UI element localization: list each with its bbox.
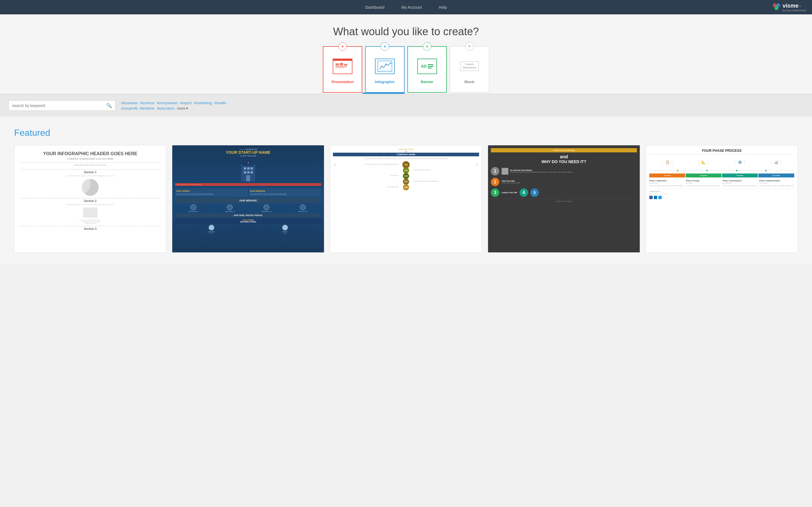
featured-title: Featured bbox=[14, 128, 798, 138]
tmpl4-step-1: 1 An Internet User/Visitor Lorem ipsum d… bbox=[491, 167, 637, 175]
tmpl5-twitter-icon bbox=[658, 196, 662, 199]
tmpl1-s3-title: Section 3 bbox=[20, 227, 160, 230]
hero-section: What would you like to create? + bbox=[0, 14, 812, 95]
tag-comparison[interactable]: #comparison bbox=[157, 101, 177, 105]
infographic-label: Infographic bbox=[375, 80, 395, 84]
more-tags-button[interactable]: more ▾ bbox=[177, 106, 188, 110]
tmpl1-s2-text: Lorem ipsum dolor sit amet, consectetur … bbox=[20, 204, 160, 205]
tmpl3-intro: Lorem ipsum dolor sit amet, consectetur … bbox=[333, 158, 479, 159]
navigation: Dashboard My Account Help visme ™ by Eas… bbox=[0, 0, 812, 14]
logo-tm: ™ bbox=[799, 5, 801, 8]
template-thumb-4: What Is Remarketing and WHY DO YOU NEED … bbox=[488, 145, 640, 252]
tmpl1-desc: A descriptive introduction can go here. bbox=[20, 164, 160, 166]
create-banner-card[interactable]: + AD Banner bbox=[407, 46, 447, 93]
infographic-indicator bbox=[362, 93, 405, 94]
tag-nonprofit[interactable]: #nonprofit bbox=[121, 106, 138, 110]
template-thumb-3: THE HISTORY OF COMPANY NAME Lorem ipsum … bbox=[330, 145, 482, 252]
nav-dashboard[interactable]: Dashboard bbox=[365, 5, 385, 10]
svg-rect-16 bbox=[251, 171, 253, 173]
template-preview-1: YOUR INFOGRAPHIC HEADER GOES HERE A SIMP… bbox=[14, 145, 166, 237]
create-infographic-card[interactable]: + Infographic bbox=[365, 46, 405, 93]
logo: visme ™ by Easy WebContent bbox=[772, 3, 806, 12]
blank-plus[interactable]: + bbox=[465, 42, 474, 50]
tmpl2-service-icons: SERVICE 01 SERVICE 02 SERVICE 03 SE bbox=[175, 205, 321, 212]
presentation-label: Presentation bbox=[332, 80, 354, 84]
create-options: + Presentation bbox=[6, 46, 806, 93]
tmpl5-detail-2: Phase 2 Design June 20th Lorem ipsum dol… bbox=[686, 180, 721, 186]
tmpl4-subtitle: WHY DO YOU NEED IT? bbox=[491, 159, 637, 164]
tmpl5-detail-1: Phase 1 Exploration Jan 24th 2014 Lorem … bbox=[649, 180, 684, 186]
tmpl3-timeline: 1950 Lorem ipsum dolor sit amet, consect… bbox=[337, 161, 475, 190]
tmpl3-of: OF bbox=[333, 151, 479, 153]
tmpl3-next-arrow[interactable]: › bbox=[475, 161, 479, 168]
template-card-4[interactable]: What Is Remarketing and WHY DO YOU NEED … bbox=[488, 145, 640, 252]
tmpl1-s2-title: Section 2 bbox=[20, 200, 160, 203]
tmpl4-step-2: 2 Visit Your Site Lorem ipsum dolor sit … bbox=[491, 178, 637, 186]
presentation-plus[interactable]: + bbox=[338, 42, 347, 51]
infographic-icon-svg bbox=[377, 60, 393, 72]
tmpl5-hex-2: 📐 bbox=[699, 158, 709, 167]
template-card-3[interactable]: THE HISTORY OF COMPANY NAME Lorem ipsum … bbox=[330, 145, 482, 252]
tags-row2: #nonprofit #timeline #education more ▾ bbox=[121, 106, 226, 110]
template-preview-5: FOUR PHASE PROCESS 📋 📐 ⚙️ 📊 bbox=[646, 145, 798, 252]
tmpl5-footer: CREATED BY Your Name / Company Name bbox=[649, 189, 794, 199]
svg-rect-13 bbox=[251, 167, 253, 170]
infographic-icon bbox=[373, 55, 396, 77]
svg-point-5 bbox=[386, 64, 387, 65]
template-thumb-1: YOUR INFOGRAPHIC HEADER GOES HERE A SIMP… bbox=[14, 145, 166, 252]
tmpl2-service4: SERVICE 04 bbox=[298, 205, 308, 212]
main-content: Featured YOUR INFOGRAPHIC HEADER GOES HE… bbox=[0, 116, 812, 264]
template-card-2[interactable]: ——— company info YOUR START-UP NAME YOUR… bbox=[172, 145, 324, 252]
tmpl5-phase-details: Phase 1 Exploration Jan 24th 2014 Lorem … bbox=[649, 180, 794, 186]
template-card-5[interactable]: FOUR PHASE PROCESS 📋 📐 ⚙️ 📊 bbox=[646, 145, 798, 252]
tmpl2-cols: OUR VISION Lorem ipsum dolor sit amet, c… bbox=[175, 188, 321, 196]
svg-rect-11 bbox=[244, 167, 246, 170]
svg-rect-14 bbox=[244, 171, 246, 173]
blank-label: Blank bbox=[464, 80, 474, 84]
tag-education[interactable]: #education bbox=[157, 106, 175, 110]
blank-indicator bbox=[453, 93, 495, 94]
tmpl5-phase-bar: 2 months 4 months 6 months 12 months bbox=[649, 173, 794, 177]
tag-timeline[interactable]: #timeline bbox=[140, 106, 154, 110]
tmpl2-service3: SERVICE 03 bbox=[261, 205, 271, 212]
create-blank-card[interactable]: + CustomDimensions Blank bbox=[450, 46, 489, 93]
search-icon[interactable]: 🔍 bbox=[106, 103, 112, 108]
tmpl4-title: and bbox=[491, 154, 637, 159]
tmpl4-badge: What Is Remarketing bbox=[491, 148, 637, 152]
tmpl5-hex-1: 📋 bbox=[663, 158, 672, 167]
tag-health[interactable]: #health bbox=[214, 101, 226, 105]
create-presentation-card[interactable]: + Presentation bbox=[323, 46, 362, 93]
search-input[interactable] bbox=[12, 103, 106, 108]
template-preview-2: ——— company info YOUR START-UP NAME YOUR… bbox=[172, 145, 324, 252]
tag-report[interactable]: #report bbox=[180, 101, 192, 105]
tmpl3-event-2: 1976 Lorem ipsum bbox=[337, 173, 475, 176]
template-preview-4: What Is Remarketing and WHY DO YOU NEED … bbox=[488, 145, 640, 252]
template-card-1[interactable]: YOUR INFOGRAPHIC HEADER GOES HERE A SIMP… bbox=[14, 145, 166, 252]
nav-help[interactable]: Help bbox=[439, 5, 447, 10]
tmpl3-nav: ‹ 1950 Lorem ipsum dolor sit amet, conse… bbox=[333, 161, 479, 190]
logo-text-group: visme ™ by Easy WebContent bbox=[783, 3, 806, 12]
presentation-icon bbox=[331, 55, 354, 77]
tmpl5-phase-2: 4 months bbox=[686, 173, 721, 177]
svg-point-4 bbox=[381, 66, 382, 67]
tmpl3-prev-arrow[interactable]: ‹ bbox=[333, 161, 337, 168]
infographic-plus[interactable]: + bbox=[380, 42, 389, 51]
search-box[interactable]: 🔍 bbox=[8, 100, 116, 111]
tmpl5-detail-4: Phase 4 Implementation May 6th 2015 Lore… bbox=[759, 180, 794, 186]
banner-plus[interactable]: + bbox=[423, 42, 432, 51]
logo-name: visme bbox=[783, 3, 799, 9]
tag-science[interactable]: #science bbox=[140, 101, 154, 105]
tag-marketing[interactable]: #marketing bbox=[194, 101, 212, 105]
tmpl2-person2: MYRNA CFO bbox=[249, 225, 321, 234]
tmpl1-s1-text: Lorem ipsum dolor sit amet, consectetur … bbox=[20, 175, 160, 177]
svg-rect-12 bbox=[247, 167, 250, 170]
tmpl2-company: YOUR START-UP NAME bbox=[175, 150, 321, 155]
nav-my-account[interactable]: My Account bbox=[402, 5, 422, 10]
template-preview-3: THE HISTORY OF COMPANY NAME Lorem ipsum … bbox=[330, 145, 482, 252]
tmpl2-about: ABOUT NUMBER 200 EMPLOYEES bbox=[175, 218, 321, 224]
tmpl1-bullets: • Lorem ipsum dolor sit amet, • Consecte… bbox=[20, 219, 160, 224]
tmpl2-vision-col: OUR VISION Lorem ipsum dolor sit amet, c… bbox=[175, 188, 248, 196]
svg-point-2 bbox=[774, 6, 778, 10]
banner-indicator bbox=[407, 93, 450, 94]
tag-business[interactable]: #business bbox=[121, 101, 138, 105]
